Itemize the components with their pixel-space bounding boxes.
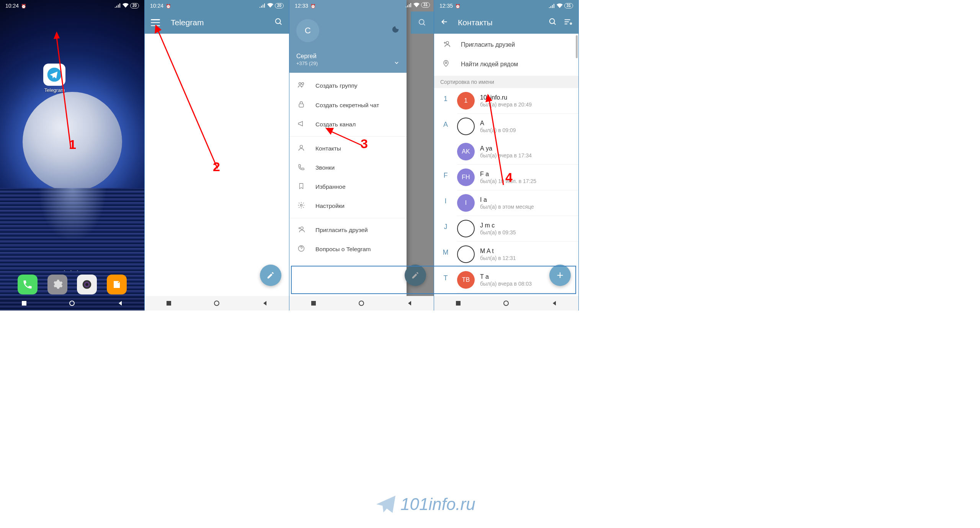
svg-point-20 xyxy=(301,204,302,206)
menu-new-channel[interactable]: Создать канал xyxy=(289,115,407,134)
person-add-icon xyxy=(443,40,450,49)
search-icon[interactable] xyxy=(549,18,557,28)
nav-recent-icon[interactable] xyxy=(165,299,173,307)
android-navbar xyxy=(289,296,434,311)
svg-line-15 xyxy=(423,24,425,26)
settings-app-icon[interactable] xyxy=(47,275,67,294)
contact-status: был(а) в 09:09 xyxy=(480,127,516,133)
megaphone-icon xyxy=(297,120,305,129)
alarm-icon xyxy=(310,3,316,9)
nav-home-icon[interactable] xyxy=(68,299,76,307)
chevron-down-icon[interactable] xyxy=(394,60,400,67)
nav-back-icon[interactable] xyxy=(261,299,269,307)
contact-row[interactable]: FHF aбыл(а) 10 июл. в 17:25 xyxy=(457,165,578,190)
battery-indicator: 31 xyxy=(421,2,430,8)
night-mode-icon[interactable] xyxy=(391,25,400,35)
svg-point-17 xyxy=(302,83,304,85)
sort-header: Сортировка по имени xyxy=(434,76,578,88)
clock: 10:24 xyxy=(5,3,19,9)
nav-back-icon[interactable] xyxy=(406,299,413,307)
contact-row[interactable]: M A tбыл(а) в 12:31 xyxy=(457,242,578,267)
wifi-icon xyxy=(557,3,563,8)
user-phone: +375 (29) xyxy=(296,60,400,66)
group-icon xyxy=(297,81,305,91)
contact-row[interactable]: AKА yaбыл(а) вчера в 17:34 xyxy=(457,139,578,164)
scrollbar[interactable] xyxy=(576,35,578,58)
divider xyxy=(289,136,407,137)
contact-name: I a xyxy=(480,196,534,203)
clock: 12:35 xyxy=(439,3,453,9)
contact-row[interactable]: J m cбыл(а) в 09:35 xyxy=(457,216,578,241)
letter-header: M xyxy=(434,242,457,257)
contact-avatar: 1 xyxy=(457,92,475,110)
letter-header: 1 xyxy=(434,88,457,103)
phone-icon xyxy=(297,163,305,172)
contact-status: был(а) в этом месяце xyxy=(480,204,534,210)
contact-status: был(а) вчера в 08:03 xyxy=(480,281,532,287)
contact-avatar: ТВ xyxy=(457,271,475,289)
compose-fab[interactable] xyxy=(405,265,426,286)
sort-icon[interactable] xyxy=(564,18,572,27)
contact-name: А xyxy=(480,120,516,127)
menu-calls[interactable]: Звонки xyxy=(289,158,407,177)
nav-recent-icon[interactable] xyxy=(454,299,462,307)
menu-invite[interactable]: Пригласить друзей xyxy=(289,221,407,240)
lock-icon xyxy=(297,101,305,110)
menu-saved[interactable]: Избранное xyxy=(289,177,407,196)
drawer-header[interactable]: С Сергей +375 (29) xyxy=(289,11,407,73)
nav-back-icon[interactable] xyxy=(550,299,558,307)
menu-contacts[interactable]: Контакты xyxy=(289,139,407,158)
notes-app-icon[interactable] xyxy=(107,275,127,294)
status-right: 31 xyxy=(406,2,430,8)
contact-row[interactable]: 1101info.ruбыл(а) вчера в 20:49 xyxy=(457,88,578,113)
nav-recent-icon[interactable] xyxy=(310,299,317,307)
contacts-list: 11101info.ruбыл(а) вчера в 20:49ААбыл(а)… xyxy=(434,88,578,293)
menu-label: Звонки xyxy=(315,164,335,171)
alarm-icon xyxy=(21,3,26,9)
nav-home-icon[interactable] xyxy=(358,299,365,307)
step-number-2: 2 xyxy=(213,159,220,174)
phone-app-icon[interactable] xyxy=(18,275,38,294)
contact-row[interactable]: II aбыл(а) в этом месяце xyxy=(457,190,578,216)
nav-home-icon[interactable] xyxy=(502,299,510,307)
contact-row[interactable]: Абыл(а) в 09:09 xyxy=(457,114,578,139)
search-icon[interactable] xyxy=(274,18,283,28)
annotation-arrow-2 xyxy=(152,23,229,172)
menu-label: Вопросы о Telegram xyxy=(315,246,371,253)
menu-label: Настройки xyxy=(315,203,345,209)
nearby-row[interactable]: Найти людей рядом xyxy=(434,54,578,74)
menu-new-group[interactable]: Создать группу xyxy=(289,76,407,96)
svg-point-21 xyxy=(301,227,303,229)
nav-recent-icon[interactable] xyxy=(20,299,28,307)
back-icon[interactable] xyxy=(440,18,449,28)
menu-faq[interactable]: Вопросы о Telegram xyxy=(289,240,407,259)
invite-friends-row[interactable]: Пригласить друзей xyxy=(434,35,578,54)
svg-point-26 xyxy=(359,301,364,306)
menu-label: Избранное xyxy=(315,183,346,190)
telegram-app-icon[interactable] xyxy=(43,64,65,86)
svg-point-8 xyxy=(276,19,281,24)
telegram-app-label: Telegram xyxy=(38,87,71,93)
menu-settings[interactable]: Настройки xyxy=(289,196,407,216)
action-label: Пригласить друзей xyxy=(461,41,515,48)
contact-name: 101info.ru xyxy=(480,94,532,101)
menu-button[interactable] xyxy=(151,19,160,26)
add-contact-fab[interactable]: + xyxy=(549,265,571,286)
nav-home-icon[interactable] xyxy=(213,299,220,307)
nav-drawer: 12:33 С Сергей +375 (29) Создать группу xyxy=(289,0,407,296)
contact-avatar: I xyxy=(457,194,475,212)
svg-point-32 xyxy=(570,23,572,25)
gear-icon xyxy=(297,201,305,211)
drawer-menu: Создать группу Создать секретный чат Соз… xyxy=(289,73,407,262)
menu-label: Создать секретный чат xyxy=(315,102,379,109)
menu-secret-chat[interactable]: Создать секретный чат xyxy=(289,96,407,115)
moon-reflection xyxy=(38,188,107,242)
svg-point-33 xyxy=(446,41,449,44)
status-bar: 12:33 xyxy=(289,0,407,11)
contact-name: T a xyxy=(480,273,532,280)
compose-fab[interactable] xyxy=(260,265,281,286)
nav-back-icon[interactable] xyxy=(116,299,124,307)
battery-indicator: 20 xyxy=(275,3,284,8)
page-indicator: • • • xyxy=(0,269,144,272)
camera-app-icon[interactable] xyxy=(77,275,97,294)
